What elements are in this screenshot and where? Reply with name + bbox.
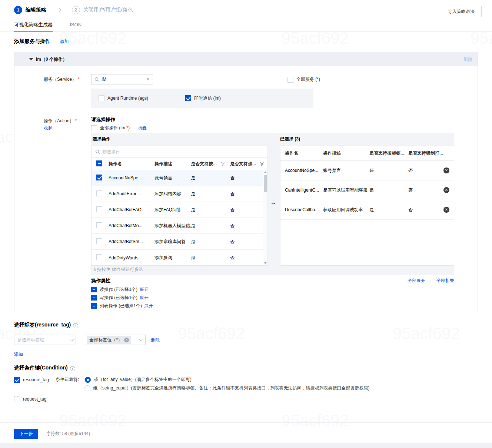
tag-support: 是	[191, 175, 230, 181]
import-policy-syntax-button[interactable]: 导入策略语法	[441, 6, 482, 17]
scrollbar-thumb[interactable]	[264, 175, 267, 192]
action-filter-input[interactable]	[102, 149, 264, 155]
table-row[interactable]: AddChatBotMo... 添加机器人模型信息 是 否	[92, 218, 267, 234]
checkbox-icon[interactable]	[96, 206, 102, 212]
action-desc: 账号禁言	[323, 167, 369, 174]
table-row[interactable]: AccountNoSpe... 账号禁言 是 否	[92, 170, 267, 186]
tab-visual-policy-generator[interactable]: 可视化策略生成器	[14, 21, 53, 32]
all-services-label: 全部服务 (*)	[296, 76, 320, 83]
tab-json[interactable]: JSON	[69, 22, 82, 31]
attr-links: 全部展开 | 全部折叠	[408, 278, 454, 284]
all-services-checkbox[interactable]: 全部服务 (*)	[287, 76, 320, 83]
radio-for-any-value-label: 或（for_any_value）(满足多个标签中的一个即可)	[94, 376, 191, 383]
chevron-down-icon	[70, 337, 74, 341]
search-icon	[95, 149, 100, 154]
checkbox-checked-icon[interactable]	[96, 175, 102, 180]
tag-selects-row: 请选择标签键 : 全部标签值（*） ✕ 删除	[14, 335, 160, 345]
checkbox-icon[interactable]	[96, 238, 102, 244]
tag-key-select[interactable]: 请选择标签键	[14, 335, 76, 345]
table-row[interactable]: AddChatBotSm... 添加寒暄库问答 是 否	[92, 234, 267, 250]
expand-link[interactable]: 展开	[140, 295, 149, 301]
tag-value-select[interactable]: 全部标签值（*） ✕	[84, 335, 146, 345]
attr-group-label: 列表操作 (已选择1个)	[100, 303, 142, 309]
chevron-right-icon	[57, 8, 62, 12]
expand-link[interactable]: 展开	[140, 286, 149, 293]
clear-search-icon[interactable]: ✕	[146, 77, 150, 82]
radio-for-any-value[interactable]: 或（for_any_value）(满足多个标签中的一个即可)	[85, 376, 191, 383]
checkbox-icon[interactable]	[14, 396, 20, 402]
action-name: CanIntelligentC...	[285, 188, 323, 193]
radio-selected-icon[interactable]	[85, 377, 91, 383]
right-table-header: 操作名 操作描述 是否支持按标签... 是否支持强制打...	[280, 146, 454, 161]
checkbox-icon[interactable]	[99, 95, 104, 101]
checkbox-icon[interactable]	[91, 125, 97, 131]
table-row[interactable]: AddAuditError... 添加纠错内容 是 否	[92, 186, 267, 202]
next-step-button[interactable]: 下一步	[14, 429, 38, 439]
radio-string-equal[interactable]: 组（string_equal）(资源标签完全满足所有策略标签。备注：此条件键不支…	[84, 385, 369, 391]
collapse-action-link[interactable]: 收起	[44, 125, 53, 131]
chevron-down-icon	[139, 337, 143, 341]
request-tag-checkbox[interactable]: request_tag	[14, 396, 46, 402]
remove-action-icon[interactable]: ✕	[443, 207, 449, 213]
info-icon[interactable]: i	[73, 323, 78, 328]
checkbox-icon[interactable]	[96, 190, 102, 196]
table-row[interactable]: AddChatBotFAQ 添加FAQ问答 是 否	[92, 202, 267, 218]
action-filter-box	[92, 146, 267, 158]
request-tag-label: request_tag	[23, 396, 46, 402]
condition-request-tag-row: request_tag	[14, 396, 46, 403]
condition-section-title: 选择条件键(Condition)i	[14, 365, 75, 371]
info-icon[interactable]: i	[70, 366, 75, 371]
remove-action-icon[interactable]: ✕	[443, 167, 449, 173]
watermark-text: 95acf692	[471, 29, 492, 47]
expand-link[interactable]: 展开	[144, 303, 153, 309]
scrollbar[interactable]	[263, 170, 267, 265]
expand-all-link[interactable]: 全部展开	[408, 278, 425, 283]
force-support: 否	[230, 239, 265, 245]
service-option-ags[interactable]: Agent Runtime (ags)	[99, 95, 148, 101]
fold-link[interactable]: 折叠	[138, 125, 147, 131]
remove-action-icon[interactable]: ✕	[443, 187, 449, 193]
checkbox-icon[interactable]	[287, 77, 293, 83]
checkbox-indeterminate-icon[interactable]	[91, 295, 97, 301]
tag-support: 是	[191, 191, 230, 197]
checkbox-indeterminate-icon[interactable]	[91, 303, 97, 309]
delete-service-link[interactable]: 删除	[463, 56, 472, 63]
checkbox-icon[interactable]	[96, 222, 102, 228]
filter-funnel-icon[interactable]	[260, 162, 264, 166]
wizard-steps-bar: 1 编辑策略 2 关联用户/用户组/角色 导入策略语法	[14, 6, 482, 17]
force-support: 否	[408, 187, 443, 193]
col-force-auth: 是否支持强...	[230, 161, 256, 167]
select-all-checkbox-indeterminate[interactable]	[96, 160, 102, 166]
add-tag-link[interactable]: 添加	[14, 351, 23, 358]
action-name: AccountNoSpe...	[285, 168, 323, 173]
tag-support: 是	[191, 239, 230, 245]
service-card-header[interactable]: im（0 个操作） 删除	[14, 52, 478, 66]
service-search-input[interactable]	[102, 77, 146, 82]
checkbox-checked-icon[interactable]	[14, 377, 20, 383]
table-row[interactable]: AddDirtyWords 添加脏词 是 否	[92, 250, 267, 266]
collapse-triangle-icon[interactable]	[29, 58, 33, 60]
radio-icon[interactable]	[84, 385, 90, 391]
checkbox-icon[interactable]	[96, 254, 102, 260]
add-service-link[interactable]: 添加	[60, 39, 69, 44]
tag-support: 是	[191, 223, 230, 229]
checkbox-checked-icon[interactable]	[185, 95, 191, 101]
char-counter: 字符数: 58 (最多6144)	[46, 431, 90, 437]
watermark-text: 95acf692	[282, 29, 349, 47]
delete-tag-link[interactable]: 删除	[151, 337, 160, 343]
resource-tag-checkbox[interactable]: resource_tag	[14, 377, 49, 383]
action-desc: 账号禁言	[154, 175, 191, 181]
service-option-im[interactable]: 即时通信 (im)	[185, 95, 221, 102]
scroll-up-icon[interactable]	[264, 171, 267, 173]
collapse-all-link[interactable]: 全部折叠	[436, 278, 454, 283]
all-actions-checkbox[interactable]: 全部操作 (im:*)	[91, 125, 130, 131]
action-select-table: 操作名 操作描述 是否支持按... 是否支持强... AccountNoSpe.…	[91, 146, 268, 266]
scroll-down-icon[interactable]	[264, 262, 267, 264]
checkbox-indeterminate-icon[interactable]	[91, 287, 97, 292]
action-desc: 添加脏词	[154, 255, 191, 261]
remove-chip-icon[interactable]: ✕	[124, 338, 129, 342]
force-support: 否	[230, 191, 265, 197]
action-attributes-head: 操作属性 全部展开 | 全部折叠	[91, 278, 454, 284]
force-support: 否	[408, 207, 443, 213]
filter-funnel-icon[interactable]	[220, 162, 225, 166]
